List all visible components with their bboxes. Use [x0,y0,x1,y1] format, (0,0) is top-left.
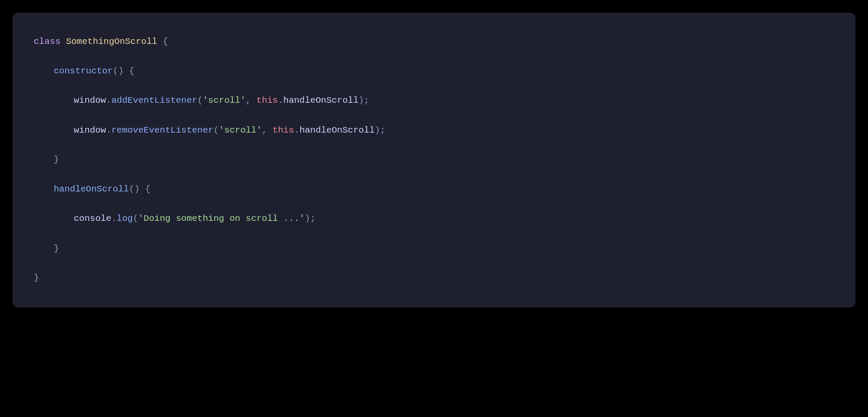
prop-handleonscroll: handleOnScroll [299,125,374,135]
blank-line [34,226,834,241]
call-removeeventlistener: removeEventListener [111,125,213,135]
obj-window: window [74,96,106,105]
parens: () [129,184,139,194]
paren-close: ) [375,125,380,135]
semi: ; [310,214,316,223]
dot: . [106,125,112,135]
string-doing-something: 'Doing something on scroll ...' [138,214,305,223]
blank-line [34,79,834,94]
obj-console: console [74,214,111,223]
blank-line [34,256,834,271]
comma: , [246,96,256,105]
brace-close: } [34,273,39,283]
brace-open: { [124,66,134,76]
dot: . [106,96,112,105]
keyword-this: this [272,125,294,135]
code-line-1: class SomethingOnScroll { [34,35,834,49]
blank-line [34,49,834,64]
paren-open: ( [214,125,219,135]
call-log: log [117,214,133,223]
call-addeventlistener: addEventListener [111,96,197,105]
code-line-8: } [34,241,834,256]
obj-window: window [74,125,106,135]
dot: . [111,214,117,223]
paren-open: ( [197,96,203,105]
method-constructor: constructor [54,66,113,76]
code-line-6: handleOnScroll() { [34,182,834,197]
blank-line [34,168,834,182]
string-scroll: 'scroll' [219,125,262,135]
paren-close: ) [305,214,310,223]
semi: ; [364,96,370,105]
method-handleonscroll: handleOnScroll [54,184,129,194]
blank-line [34,197,834,212]
brace-open: { [140,184,150,194]
comma: , [262,125,272,135]
paren-open: ( [133,214,139,223]
code-line-7: console.log('Doing something on scroll .… [34,211,834,226]
semi: ; [380,125,385,135]
keyword-class: class [34,37,61,46]
prop-handleonscroll: handleOnScroll [284,96,359,105]
string-scroll: 'scroll' [203,96,246,105]
dot: . [294,125,300,135]
dot: . [278,96,284,105]
code-line-5: } [34,153,834,168]
brace-close: } [54,155,59,165]
code-line-9: } [34,271,834,286]
paren-close: ) [359,96,364,105]
class-name: SomethingOnScroll [66,37,157,46]
blank-line [34,138,834,153]
code-panel: class SomethingOnScroll { constructor() … [13,13,855,307]
code-line-2: constructor() { [34,64,834,79]
parens: () [113,66,124,76]
blank-line [34,108,834,123]
brace-close: } [54,243,59,253]
code-line-3: window.addEventListener('scroll', this.h… [34,93,834,108]
code-line-4: window.removeEventListener('scroll', thi… [34,123,834,138]
keyword-this: this [257,96,278,105]
brace-open: { [157,37,168,46]
